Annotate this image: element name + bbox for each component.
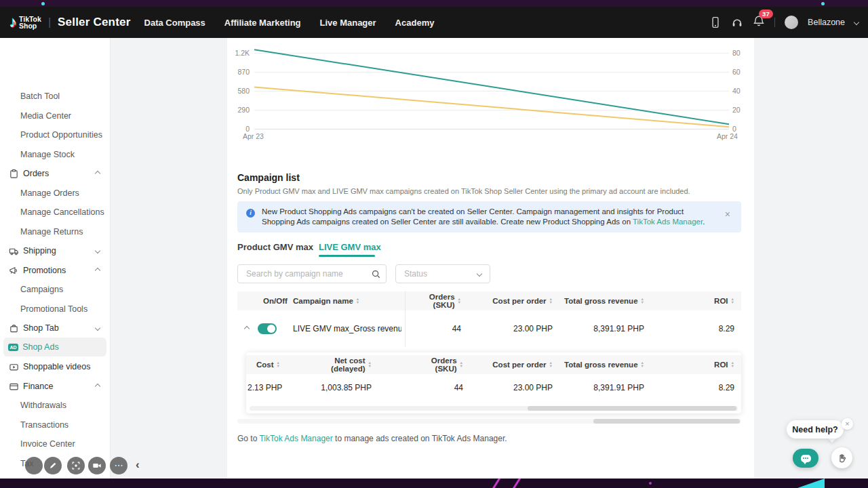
detail-row: 2.13 PHP 1,003.85 PHP 44 23.00 PHP 8,391… (246, 374, 741, 401)
sidebar-item-finance[interactable]: Finance (0, 378, 111, 394)
collapse-toolbar-button[interactable]: ‹ (136, 458, 140, 472)
notifications-bell[interactable]: 37 (753, 15, 765, 30)
sort-icon[interactable]: ▲▼ (641, 361, 644, 368)
sidebar-item-shipping[interactable]: Shipping (0, 243, 111, 259)
active-tab-underline (319, 255, 375, 257)
col-cost[interactable]: Cost▲▼ (256, 355, 280, 374)
nav-live-manager[interactable]: Live Manager (320, 18, 376, 28)
pen-tool-button[interactable] (44, 457, 62, 474)
chevron-down-icon[interactable] (854, 20, 859, 25)
support-headset-icon[interactable] (731, 16, 743, 28)
sidebar-item-orders[interactable]: Orders (0, 165, 111, 182)
mobile-app-icon[interactable] (709, 16, 722, 28)
sidebar-item-shop-tab[interactable]: Shop Tab (0, 320, 111, 336)
close-icon[interactable]: × (842, 418, 853, 430)
campaign-toggle[interactable] (258, 323, 277, 334)
screenshot-button[interactable] (67, 457, 85, 474)
table-header: On/Off Campaign name▲▼ Orders (SKU)▲▼ Co… (237, 291, 741, 310)
sidebar-item-batch-tool[interactable]: Batch Tool (0, 88, 111, 104)
ellipsis-icon: ⋯ (115, 462, 123, 469)
col-total-gross-revenue[interactable]: Total gross revenue▲▼ (556, 355, 644, 374)
detail-scrollbar-thumb[interactable] (528, 406, 736, 411)
col-roi[interactable]: ROI▲▼ (651, 355, 734, 374)
sort-icon[interactable]: ▲▼ (549, 361, 553, 368)
sort-icon[interactable]: ▲▼ (641, 298, 644, 304)
recorder-blank-button[interactable] (25, 457, 43, 474)
sidebar-item-transactions[interactable]: Transactions (0, 417, 111, 433)
col-on-off: On/Off (258, 291, 293, 310)
col-campaign-name[interactable]: Campaign name▲▼ (293, 291, 359, 310)
col-cost-per-order[interactable]: Cost per order▲▼ (465, 355, 553, 374)
status-placeholder: Status (404, 269, 427, 279)
nav-data-compass[interactable]: Data Compass (144, 18, 205, 28)
user-avatar[interactable] (785, 16, 798, 29)
tab-product-gmv-max[interactable]: Product GMV max (237, 242, 313, 252)
more-options-button[interactable]: ⋯ (110, 457, 127, 474)
sidebar-item-promotions[interactable]: Promotions (0, 262, 111, 279)
sort-icon[interactable]: ▲▼ (731, 361, 734, 368)
sidebar-item-manage-returns[interactable]: Manage Returns (0, 224, 111, 240)
sidebar-item-withdrawals[interactable]: Withdrawals (0, 397, 111, 413)
sidebar-item-invoice-center[interactable]: Invoice Center (0, 436, 111, 452)
detail-header: Cost▲▼ Net cost (delayed)▲▼ Orders (SKU)… (246, 355, 741, 374)
status-select[interactable]: Status (395, 264, 490, 283)
sort-icon[interactable]: ▲▼ (731, 298, 734, 304)
campaign-name-cell[interactable]: LIVE GMV max_Gross revenue_... (293, 310, 401, 347)
nav-academy[interactable]: Academy (395, 18, 435, 28)
cost-cell: 2.13 PHP (248, 374, 282, 401)
hand-gesture-button[interactable] (831, 447, 852, 468)
col-cost-per-order[interactable]: Cost per order▲▼ (465, 291, 553, 310)
chat-support-button[interactable] (793, 449, 818, 468)
tiktok-shop-logo[interactable]: ♪ TikTokShop (9, 15, 41, 30)
chevron-up-icon (95, 171, 100, 176)
sidebar-item-media-center[interactable]: Media Center (0, 108, 111, 124)
sidebar-item-product-opportunities[interactable]: Product Opportunities (0, 127, 111, 143)
sidebar-item-campaigns[interactable]: Campaigns (0, 281, 111, 298)
sort-icon[interactable]: ▲▼ (460, 361, 463, 368)
bank-card-icon (8, 381, 19, 392)
campaign-row: LIVE GMV max_Gross revenue_... 44 23.00 … (237, 310, 741, 347)
decor-dot (821, 2, 825, 5)
banner-text: New Product Shopping Ads campaigns can't… (262, 207, 709, 226)
tab-live-gmv-max[interactable]: LIVE GMV max (319, 242, 381, 252)
sidebar-item-shop-ads[interactable]: AD Shop Ads (3, 338, 106, 357)
frozen-column-divider (405, 291, 406, 347)
sidebar-item-manage-cancellations[interactable]: Manage Cancellations (0, 204, 111, 220)
col-orders[interactable]: Orders (SKU)▲▼ (409, 355, 463, 374)
shopping-bag-icon (8, 323, 19, 333)
sidebar-item-manage-orders[interactable]: Manage Orders (0, 185, 111, 201)
sort-icon[interactable]: ▲▼ (549, 298, 553, 304)
sort-icon[interactable]: ▲▼ (356, 298, 359, 304)
nav-affiliate-marketing[interactable]: Affiliate Marketing (224, 18, 301, 28)
sidebar-item-shoppable-videos[interactable]: Shoppable videos (0, 359, 111, 375)
y-left-tick: 870 (229, 68, 250, 76)
table-scrollbar-thumb[interactable] (593, 419, 740, 424)
chevron-up-icon (95, 384, 100, 389)
collapse-row-icon[interactable] (244, 326, 250, 331)
ads-manager-link[interactable]: TikTok Ads Manager (259, 434, 332, 443)
ads-manager-link[interactable]: TikTok Ads Manager (633, 218, 703, 226)
chevron-up-icon (95, 268, 100, 273)
col-total-gross-revenue[interactable]: Total gross revenue▲▼ (556, 291, 644, 310)
col-roi[interactable]: ROI▲▼ (651, 291, 734, 310)
product-title: Seller Center (58, 16, 130, 29)
footer-note: Go to TikTok Ads Manager to manage ads c… (237, 434, 507, 443)
search-icon[interactable] (371, 269, 381, 282)
table-scrollbar-track[interactable] (237, 419, 741, 424)
decor-triangle (797, 479, 825, 488)
app-window: ♪ TikTokShop | Seller Center Data Compas… (0, 0, 868, 488)
sidebar-item-promotional-tools[interactable]: Promotional Tools (0, 301, 111, 317)
col-net-cost[interactable]: Net cost (delayed)▲▼ (304, 355, 372, 374)
sort-icon[interactable]: ▲▼ (277, 361, 280, 368)
sort-icon[interactable]: ▲▼ (368, 361, 372, 368)
header-nav: Data Compass Affiliate Marketing Live Ma… (144, 18, 435, 28)
sidebar-item-manage-stock[interactable]: Manage Stock (0, 146, 111, 163)
close-icon[interactable]: × (725, 209, 730, 219)
search-input[interactable] (245, 265, 367, 283)
decor-dot (41, 2, 45, 5)
record-video-button[interactable] (88, 457, 106, 474)
video-icon (8, 361, 19, 372)
col-orders[interactable]: Orders (SKU)▲▼ (407, 291, 461, 310)
sort-icon[interactable]: ▲▼ (458, 298, 461, 304)
detail-scrollbar-track[interactable] (250, 406, 738, 411)
